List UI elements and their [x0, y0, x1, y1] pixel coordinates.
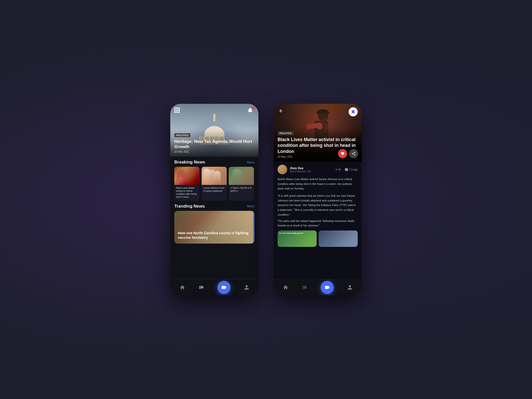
author-name: Jhon Deo — [290, 167, 333, 170]
category-badge: POLITICS — [174, 133, 190, 137]
right-home-icon — [283, 285, 288, 290]
home-icon — [180, 285, 185, 290]
hero-image: POLITICS Heritage: New Tax Agenda Would … — [170, 104, 258, 157]
right-hero-icons — [274, 107, 362, 116]
news-card-1[interactable]: Black Lives Matter activist in critical … — [174, 167, 200, 201]
news-card-2-text: Luxury fashion's love of space explained — [202, 185, 227, 194]
notification-badge — [252, 107, 255, 109]
article-footnote: The party said the attack happened "foll… — [278, 219, 358, 228]
right-news-icon — [302, 285, 307, 290]
article-quote: "It is with great sadness that we inform… — [278, 193, 358, 217]
breaking-news-more[interactable]: More — [247, 160, 254, 164]
news-card-img-3 — [229, 167, 254, 185]
grid-icon[interactable] — [174, 107, 180, 113]
back-arrow-icon — [279, 108, 284, 113]
header-icons — [170, 107, 258, 114]
right-nav-home[interactable] — [283, 285, 288, 290]
nav-news[interactable] — [198, 285, 204, 290]
hero-date: 20 Feb, 2021 — [174, 150, 254, 153]
share-button[interactable] — [349, 149, 358, 158]
hero-overlay: POLITICS Heritage: New Tax Agenda Would … — [170, 129, 258, 157]
breaking-news-cards: Black Lives Matter activist in critical … — [174, 167, 254, 201]
author-info: Jhon Deo San Francisco, CA — [290, 167, 333, 173]
news-card-2-title: Luxury fashion's love of space explained — [203, 186, 225, 192]
news-card-1-text: Black Lives Matter activist in critical … — [174, 185, 200, 201]
trending-blue-bar — [253, 211, 254, 244]
author-stats: ♥ 90 🕐 1 h ago — [335, 168, 358, 171]
phone-content: Breaking News More Black Lives Matter ac… — [170, 157, 258, 279]
trending-news-header: Tranding News More — [174, 201, 254, 211]
time-ago: 1 h ago — [349, 168, 358, 171]
right-nav-profile[interactable] — [347, 285, 353, 290]
right-hero: POLITICS Black Lives Matter activist in … — [274, 104, 362, 162]
time-stat: 🕐 1 h ago — [345, 168, 358, 171]
bell-icon — [247, 107, 253, 113]
article-content: Jhon Deo San Francisco, CA ♥ 90 🕐 1 h ag… — [274, 162, 362, 279]
clock-stat-icon: 🕐 — [345, 168, 348, 171]
breaking-news-header: Breaking News More — [174, 157, 254, 167]
right-profile-icon — [347, 285, 353, 290]
hero-title: Heritage: New Tax Agenda Would Hurt Grow… — [174, 139, 254, 150]
heart-icon — [341, 152, 345, 156]
profile-icon — [244, 285, 249, 290]
author-location: San Francisco, CA — [290, 170, 333, 173]
likes-count: 90 — [338, 168, 341, 171]
back-button[interactable] — [278, 107, 285, 114]
author-row: Jhon Deo San Francisco, CA ♥ 90 🕐 1 h ag… — [278, 162, 358, 177]
heart-stat-icon: ♥ — [335, 168, 337, 171]
news-card-3-text: A Tiger's The life a of golf's b — [229, 185, 254, 194]
right-bottom-nav — [274, 279, 362, 295]
likes-stat: ♥ 90 — [335, 168, 341, 171]
share-icon — [352, 152, 356, 156]
nav-active-indicator — [199, 287, 204, 288]
news-card-2[interactable]: Luxury fashion's love of space explained — [202, 167, 227, 201]
news-card-img-2 — [202, 167, 227, 185]
nav-home[interactable] — [180, 285, 185, 290]
bottom-nav — [170, 279, 258, 295]
related-image-2[interactable] — [319, 230, 358, 247]
related-images: It's not easy being green! — [278, 230, 358, 247]
trending-news-title: Tranding News — [174, 204, 205, 209]
fab-video-button[interactable] — [217, 281, 230, 294]
article-paragraph-1: British Black Lives Matter activist Sash… — [278, 177, 358, 191]
news-card-1-title: Black Lives Matter activist in critical … — [176, 186, 198, 199]
left-phone: POLITICS Heritage: New Tax Agenda Would … — [170, 104, 258, 295]
right-phone: POLITICS Black Lives Matter activist in … — [274, 104, 362, 295]
news-card-img-1 — [174, 167, 200, 185]
bookmark-icon — [351, 110, 355, 114]
right-video-icon — [324, 284, 330, 290]
news-card-3-title: A Tiger's The life a of golf's b — [230, 186, 252, 192]
nav-profile[interactable] — [244, 285, 249, 290]
like-button[interactable] — [338, 149, 347, 158]
right-fab-button[interactable] — [321, 281, 334, 294]
right-category-badge: POLITICS — [278, 131, 294, 135]
action-buttons — [338, 149, 358, 158]
right-nav-news[interactable] — [302, 285, 307, 290]
author-avatar — [278, 165, 287, 174]
news-card-3[interactable]: A Tiger's The life a of golf's b — [229, 167, 254, 201]
bookmark-button[interactable] — [349, 107, 358, 116]
trending-news-more[interactable]: More — [247, 204, 254, 208]
video-icon — [221, 284, 227, 290]
related-image-1[interactable]: It's not easy being green! — [278, 230, 317, 247]
trending-card-title: How one North Carolina county is fightin… — [178, 231, 249, 240]
breaking-news-title: Breaking News — [174, 160, 205, 165]
trending-card[interactable]: How one North Carolina county is fightin… — [174, 211, 254, 244]
notification-bell[interactable] — [247, 107, 254, 114]
